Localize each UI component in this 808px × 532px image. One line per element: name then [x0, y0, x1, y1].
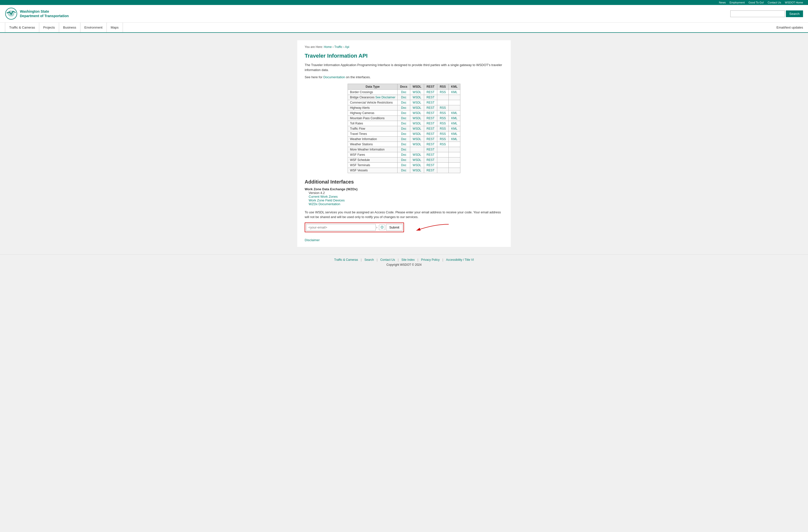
table-row-docs[interactable]: Doc — [398, 121, 410, 126]
wzdx-link[interactable]: Current Work Zones — [309, 195, 503, 199]
table-row-rest[interactable]: REST — [424, 147, 437, 152]
table-row-rest[interactable]: REST — [424, 89, 437, 95]
info-button[interactable]: ⓘ — [379, 224, 385, 230]
table-row-rss[interactable]: RSS — [437, 115, 448, 121]
table-row-rest[interactable]: REST — [424, 136, 437, 142]
breadcrumb-traffic[interactable]: Traffic — [334, 45, 343, 49]
table-row-kml — [448, 100, 460, 105]
breadcrumb-api[interactable]: Api — [345, 45, 349, 49]
table-row-docs[interactable]: Doc — [398, 100, 410, 105]
table-row-rest[interactable]: REST — [424, 126, 437, 131]
table-row-rest[interactable]: REST — [424, 152, 437, 157]
table-row-kml[interactable]: KML — [448, 136, 460, 142]
breadcrumb-label: You are Here: — [305, 45, 323, 49]
table-row-rss[interactable]: RSS — [437, 142, 448, 147]
table-row-rss[interactable]: RSS — [437, 121, 448, 126]
nav-environment[interactable]: Environment — [80, 23, 107, 32]
wzdx-link[interactable]: Work Zone Field Devices — [309, 199, 503, 202]
documentation-link[interactable]: Documentation — [323, 75, 345, 79]
nav-traffic-cameras[interactable]: Traffic & Cameras — [5, 23, 39, 32]
table-row-wsdl[interactable]: WSDL — [410, 168, 424, 173]
table-row-docs[interactable]: Doc — [398, 131, 410, 136]
table-row-docs[interactable]: Doc — [398, 115, 410, 121]
table-row-docs[interactable]: Doc — [398, 147, 410, 152]
table-row-wsdl[interactable]: WSDL — [410, 162, 424, 168]
table-row-rss[interactable]: RSS — [437, 105, 448, 110]
table-row: Weather InformationDocWSDLRESTRSSKML — [348, 136, 460, 142]
utility-wsdot-home-link[interactable]: WSDOT Home — [785, 1, 803, 4]
header-search-button[interactable]: Search — [786, 11, 803, 17]
table-row-docs[interactable]: Doc — [398, 126, 410, 131]
nav-business[interactable]: Business — [59, 23, 80, 32]
nav-projects[interactable]: Projects — [39, 23, 59, 32]
table-row-rest[interactable]: REST — [424, 162, 437, 168]
email-input[interactable] — [306, 224, 376, 231]
table-row-docs[interactable]: Doc — [398, 152, 410, 157]
table-row-wsdl[interactable]: WSDL — [410, 126, 424, 131]
table-row-wsdl[interactable]: WSDL — [410, 157, 424, 162]
footer-link[interactable]: Privacy Policy — [421, 258, 440, 261]
table-row-docs[interactable]: Doc — [398, 157, 410, 162]
footer-link[interactable]: Search — [365, 258, 374, 261]
footer-link[interactable]: Site Index — [402, 258, 415, 261]
table-row-rest[interactable]: REST — [424, 110, 437, 115]
footer-link[interactable]: Contact Us — [380, 258, 395, 261]
table-row-rss[interactable]: RSS — [437, 136, 448, 142]
table-row-rest[interactable]: REST — [424, 131, 437, 136]
table-row-rss[interactable]: RSS — [437, 110, 448, 115]
table-row-wsdl[interactable]: WSDL — [410, 152, 424, 157]
utility-contact-link[interactable]: Contact Us — [768, 1, 781, 4]
nav-email-updates[interactable]: Email/text updates — [776, 25, 803, 29]
table-row-rest[interactable]: REST — [424, 100, 437, 105]
table-row-wsdl[interactable]: WSDL — [410, 110, 424, 115]
table-row-kml[interactable]: KML — [448, 131, 460, 136]
table-row-wsdl[interactable]: WSDL — [410, 142, 424, 147]
table-row-docs[interactable]: Doc — [398, 110, 410, 115]
table-row-rest[interactable]: REST — [424, 168, 437, 173]
table-row-docs[interactable]: Doc — [398, 162, 410, 168]
table-row-wsdl[interactable]: WSDL — [410, 100, 424, 105]
table-row-rest[interactable]: REST — [424, 142, 437, 147]
table-row-kml[interactable]: KML — [448, 89, 460, 95]
table-row-wsdl[interactable]: WSDL — [410, 136, 424, 142]
table-row-docs[interactable]: Doc — [398, 89, 410, 95]
table-row-wsdl[interactable]: WSDL — [410, 115, 424, 121]
table-row-kml[interactable]: KML — [448, 126, 460, 131]
breadcrumb-home[interactable]: Home — [324, 45, 332, 49]
table-row: WSF VesselsDocWSDLREST — [348, 168, 460, 173]
table-row-wsdl[interactable]: WSDL — [410, 89, 424, 95]
submit-button[interactable]: Submit — [386, 224, 403, 231]
footer-link[interactable]: Accessibility / Title VI — [446, 258, 474, 261]
table-row-rss[interactable]: RSS — [437, 89, 448, 95]
table-row-wsdl[interactable]: WSDL — [410, 131, 424, 136]
table-row-kml[interactable]: KML — [448, 115, 460, 121]
table-row-wsdl[interactable]: WSDL — [410, 105, 424, 110]
table-row-docs[interactable]: Doc — [398, 95, 410, 100]
logo-text: Washington State Department of Transport… — [20, 9, 69, 18]
table-row-rest[interactable]: REST — [424, 115, 437, 121]
nav-maps[interactable]: Maps — [107, 23, 123, 32]
utility-employment-link[interactable]: Employment — [730, 1, 745, 4]
wzdx-link[interactable]: WZDx Documentation — [309, 202, 503, 206]
utility-news-link[interactable]: News — [719, 1, 726, 4]
disclaimer-link[interactable]: Disclaimer — [305, 238, 320, 242]
table-row-wsdl[interactable]: WSDL — [410, 121, 424, 126]
table-row-rest[interactable]: REST — [424, 157, 437, 162]
table-row-rest[interactable]: REST — [424, 121, 437, 126]
table-row-docs[interactable]: Doc — [398, 105, 410, 110]
utility-goodtogo-link[interactable]: Good To Go! — [748, 1, 764, 4]
table-row-rest[interactable]: REST — [424, 105, 437, 110]
table-row-wsdl[interactable]: WSDL — [410, 95, 424, 100]
header-search-input[interactable] — [730, 11, 785, 17]
table-row-rest[interactable]: REST — [424, 95, 437, 100]
table-row-docs[interactable]: Doc — [398, 168, 410, 173]
table-row-rss[interactable]: RSS — [437, 131, 448, 136]
table-row-docs[interactable]: Doc — [398, 136, 410, 142]
table-row-kml[interactable]: KML — [448, 110, 460, 115]
footer-link[interactable]: Traffic & Cameras — [334, 258, 358, 261]
wsdot-logo-icon — [5, 7, 17, 20]
table-row-rss[interactable]: RSS — [437, 126, 448, 131]
email-form-box: › ⓘ Submit — [305, 222, 404, 232]
table-row-kml[interactable]: KML — [448, 121, 460, 126]
table-row-docs[interactable]: Doc — [398, 142, 410, 147]
